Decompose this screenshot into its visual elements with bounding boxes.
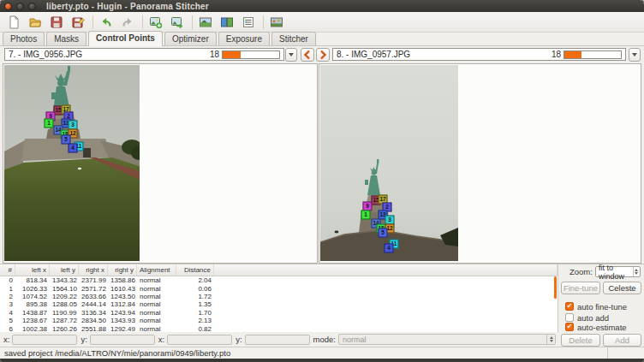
x2-input[interactable] <box>167 335 232 345</box>
new-project-icon[interactable] <box>5 14 22 31</box>
open-project-icon[interactable] <box>27 14 44 31</box>
tab-stitcher[interactable]: Stitcher <box>271 32 316 45</box>
table-row[interactable]: 3895.381288.052444.141312.84normal1.35 <box>0 300 558 308</box>
table-cell: normal <box>137 300 176 308</box>
y1-label: y: <box>80 335 86 344</box>
y2-label: y: <box>236 335 242 344</box>
table-row[interactable]: 51238.671287.722834.501343.93normal2.13 <box>0 317 558 324</box>
fine-tune-button[interactable]: Fine-tune <box>561 282 600 294</box>
undo-icon[interactable] <box>98 14 115 31</box>
table-cell: 0 <box>0 276 15 284</box>
table-cell: 0.06 <box>176 285 214 293</box>
table-row[interactable]: 0818.341343.322371.991358.86normal2.04 <box>0 276 558 284</box>
tab-masks[interactable]: Masks <box>46 32 86 45</box>
redo-icon[interactable] <box>119 14 136 31</box>
add-images-icon[interactable] <box>147 14 164 31</box>
tab-bar: PhotosMasksControl PointsOptimizerExposu… <box>0 33 644 46</box>
add-time-series-icon[interactable] <box>169 14 186 31</box>
left-image-dropdown-button[interactable] <box>285 48 297 62</box>
right-cp-progress-fill <box>564 51 581 58</box>
mode-select[interactable]: normal <box>338 334 556 345</box>
column-header[interactable]: Distance <box>176 264 214 276</box>
table-row[interactable]: 41438.871190.993136.341243.94normal1.70 <box>0 309 558 317</box>
chevron-down-icon <box>289 53 294 56</box>
prev-image-pair-button[interactable] <box>301 48 314 62</box>
run-assistant-icon[interactable] <box>268 14 285 31</box>
left-cp-count: 18 <box>210 50 219 59</box>
tab-photos[interactable]: Photos <box>3 32 45 45</box>
x1-label: x: <box>3 335 9 344</box>
left-photo-statue-of-liberty <box>4 65 140 261</box>
right-cp-progress <box>564 50 622 59</box>
preview-opengl-icon[interactable] <box>218 14 236 31</box>
y2-input[interactable] <box>245 335 310 345</box>
table-cell: 1209.22 <box>50 293 79 300</box>
x1-input[interactable] <box>12 335 77 345</box>
show-control-point-table-icon[interactable] <box>240 14 257 31</box>
hugin-window: liberty.pto - Hugin - Panorama Stitcher … <box>0 0 644 362</box>
mode-label: mode: <box>313 335 336 344</box>
main-toolbar <box>0 12 644 33</box>
table-cell: 818.34 <box>15 276 50 284</box>
control-point-table[interactable]: #left xleft yright xright yAlignmentDist… <box>0 264 558 332</box>
checkbox-auto-estimate[interactable]: ✔auto-estimate <box>565 323 627 331</box>
save-project-as-icon[interactable] <box>69 14 86 31</box>
control-point-marker[interactable]: 1 <box>361 211 371 220</box>
left-image-panel[interactable]: 15179211331418125114 <box>3 63 318 264</box>
mode-select-value: normal <box>343 335 367 344</box>
spinner-icon[interactable] <box>633 267 640 276</box>
checkbox-auto-fine-tune[interactable]: ✔auto fine-tune <box>565 302 627 311</box>
save-project-icon[interactable] <box>48 14 65 31</box>
cp-table-header[interactable]: #left xleft yright xright yAlignmentDist… <box>0 264 558 276</box>
checkbox-checked-icon[interactable]: ✔ <box>565 302 574 311</box>
next-image-pair-button[interactable] <box>316 48 330 62</box>
maximize-icon[interactable] <box>28 3 36 10</box>
window-title: liberty.pto - Hugin - Panorama Stitcher <box>46 2 209 11</box>
tab-control-points[interactable]: Control Points <box>88 31 163 46</box>
column-header[interactable]: right x <box>79 264 108 276</box>
control-point-marker[interactable]: 5 <box>379 228 388 238</box>
checkbox-auto-add[interactable]: auto add <box>565 313 609 322</box>
right-image-select[interactable]: 8. - IMG_0957.JPG 18 <box>332 48 626 61</box>
column-header[interactable]: Alignment <box>137 264 176 276</box>
minimize-icon[interactable] <box>16 3 24 10</box>
y1-input[interactable] <box>90 335 155 345</box>
status-bar: saved project /media/ALTRO/NY/mie/panora… <box>0 347 644 359</box>
right-image-dropdown-button[interactable] <box>629 48 641 62</box>
control-point-marker[interactable]: 1 <box>45 119 54 128</box>
table-cell: 2.13 <box>176 317 214 324</box>
table-cell: 1026.33 <box>15 285 50 293</box>
control-point-marker[interactable]: 4 <box>385 244 394 253</box>
column-header[interactable]: # <box>0 264 15 276</box>
right-image-panel[interactable]: 15179211331418125114 <box>319 63 641 264</box>
chevron-left-icon <box>303 50 312 60</box>
table-cell: 1243.94 <box>108 309 137 317</box>
table-cell: 895.38 <box>15 300 50 308</box>
zoom-select[interactable]: fit to window <box>595 266 641 277</box>
table-row[interactable]: 21074.521209.222633.661243.50normal1.72 <box>0 293 558 300</box>
table-row[interactable]: 11026.331564.102571.721610.43normal0.06 <box>0 284 558 292</box>
left-image-select[interactable]: 7. - IMG_0956.JPG 18 <box>4 48 284 61</box>
close-icon[interactable] <box>4 3 12 10</box>
table-cell: 4 <box>0 309 15 317</box>
delete-button[interactable]: Delete <box>561 334 600 347</box>
title-bar[interactable]: liberty.pto - Hugin - Panorama Stitcher <box>0 0 644 12</box>
celeste-button[interactable]: Celeste <box>603 282 641 294</box>
checkbox-checked-icon[interactable]: ✔ <box>565 323 574 331</box>
add-button[interactable]: Add <box>603 334 641 347</box>
tab-optimizer[interactable]: Optimizer <box>164 32 217 45</box>
preview-panorama-icon[interactable] <box>197 14 214 31</box>
table-scrollbar[interactable] <box>554 276 557 299</box>
column-header[interactable]: left y <box>50 264 79 276</box>
left-image[interactable]: 15179211331418125114 <box>4 65 140 261</box>
table-cell: 1343.93 <box>108 317 137 324</box>
column-header[interactable]: right y <box>108 264 137 276</box>
table-cell: 1.35 <box>176 300 214 308</box>
column-header[interactable]: left x <box>15 264 50 276</box>
checkbox-unchecked-icon[interactable] <box>565 313 574 322</box>
right-image-name: 8. - IMG_0957.JPG <box>337 50 552 59</box>
right-image[interactable]: 15179211331418125114 <box>320 65 458 261</box>
cp-side-panel: Zoom: fit to window Fine-tune Celeste ✔a… <box>558 264 644 347</box>
tab-exposure[interactable]: Exposure <box>218 32 270 45</box>
control-point-marker[interactable]: 4 <box>69 144 78 153</box>
